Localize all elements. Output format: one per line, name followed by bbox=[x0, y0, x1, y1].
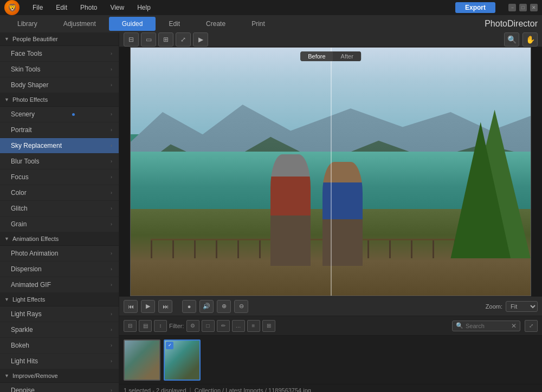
chevron-icon: › bbox=[111, 51, 112, 56]
filter-btn2[interactable]: □ bbox=[202, 320, 215, 332]
audio-button[interactable]: ● bbox=[182, 300, 196, 313]
single-view-button[interactable]: ▭ bbox=[141, 32, 156, 47]
volume-button[interactable]: 🔊 bbox=[199, 300, 214, 313]
maximize-button[interactable]: □ bbox=[519, 4, 527, 11]
menu-photo[interactable]: Photo bbox=[78, 3, 99, 12]
grid-btn[interactable]: ⊞ bbox=[262, 320, 275, 332]
zoom-button[interactable]: 🔍 bbox=[504, 32, 519, 47]
filmstrip-sort-btn[interactable]: ↕ bbox=[154, 320, 167, 332]
menu-file[interactable]: File bbox=[30, 3, 45, 12]
chevron-icon: › bbox=[111, 327, 112, 332]
menu-edit[interactable]: Edit bbox=[54, 3, 69, 12]
forward-button[interactable]: ⏭ bbox=[158, 300, 172, 313]
sidebar-item-sparkle[interactable]: Sparkle › bbox=[0, 322, 119, 338]
tab-print[interactable]: Print bbox=[238, 17, 278, 31]
tab-create[interactable]: Create bbox=[193, 17, 238, 31]
chevron-icon: › bbox=[111, 67, 112, 72]
filmstrip-thumb-2[interactable]: ✓ bbox=[164, 339, 201, 381]
filter-btn4[interactable]: … bbox=[232, 320, 245, 332]
crop-button[interactable]: ⊖ bbox=[234, 300, 248, 313]
sidebar-item-animated-gif[interactable]: Animated GIF › bbox=[0, 277, 119, 293]
hand-button[interactable]: ✋ bbox=[522, 32, 538, 47]
section-label: Improve/Remove bbox=[12, 373, 58, 379]
chevron-icon: › bbox=[111, 221, 112, 227]
filmstrip-view-btn2[interactable]: ▤ bbox=[139, 320, 152, 332]
search-input[interactable] bbox=[466, 323, 509, 329]
sidebar-item-grain[interactable]: Grain › bbox=[0, 217, 119, 232]
person-left bbox=[270, 154, 311, 266]
viewer-toolbar: ⊟ ▭ ⊞ ⤢ ▶ 🔍 ✋ bbox=[119, 32, 542, 47]
video-view-button[interactable]: ▶ bbox=[193, 32, 208, 47]
status-separator: | bbox=[190, 387, 191, 393]
section-light-effects[interactable]: ▼ Light Effects bbox=[0, 293, 119, 306]
after-tab[interactable]: After bbox=[333, 51, 361, 61]
close-button[interactable]: ✕ bbox=[530, 4, 538, 11]
sidebar-item-bokeh[interactable]: Bokeh › bbox=[0, 338, 119, 354]
chevron-icon: › bbox=[111, 343, 112, 348]
sidebar-item-photo-animation[interactable]: Photo Animation › bbox=[0, 246, 119, 262]
compare-view-button[interactable]: ⊟ bbox=[124, 32, 139, 47]
tab-bar: Library Adjustment Guided Edit Create Pr… bbox=[0, 15, 542, 32]
tab-edit[interactable]: Edit bbox=[156, 17, 193, 31]
chevron-icon: › bbox=[111, 282, 112, 288]
playback-button[interactable]: ⏮ bbox=[124, 300, 138, 313]
sidebar-item-glitch[interactable]: Glitch › bbox=[0, 201, 119, 217]
chevron-icon: › bbox=[111, 112, 112, 117]
sidebar-item-color[interactable]: Color › bbox=[0, 185, 119, 201]
before-tab[interactable]: Before bbox=[300, 51, 333, 61]
clear-icon[interactable]: ✕ bbox=[511, 322, 517, 330]
filter-btn1[interactable]: ⚙ bbox=[186, 320, 199, 332]
sidebar-item-scenery[interactable]: Scenery › bbox=[0, 107, 119, 122]
export-button[interactable]: Export bbox=[455, 2, 495, 13]
expand-btn[interactable]: ⤢ bbox=[525, 320, 538, 332]
filter-btn3[interactable]: ✏ bbox=[217, 320, 230, 332]
chevron-icon: › bbox=[111, 159, 112, 164]
search-icon: 🔍 bbox=[456, 322, 463, 329]
arrow-icon: ▼ bbox=[4, 373, 9, 378]
section-people-beautifier[interactable]: ▼ People Beautifier bbox=[0, 32, 119, 46]
section-improve-remove[interactable]: ▼ Improve/Remove bbox=[0, 369, 119, 383]
sidebar-item-blur-tools[interactable]: Blur Tools › bbox=[0, 154, 119, 169]
chevron-icon: › bbox=[111, 174, 112, 180]
filmstrip-view-btn1[interactable]: ⊟ bbox=[124, 320, 137, 332]
app-logo: 🦁 bbox=[4, 0, 20, 15]
chevron-icon: › bbox=[111, 266, 112, 272]
section-animation-effects[interactable]: ▼ Animation Effects bbox=[0, 232, 119, 246]
play-button[interactable]: ▶ bbox=[141, 300, 155, 313]
zoom-select[interactable]: Fit 50% 100% 200% bbox=[506, 301, 538, 312]
filmstrip-toolbar: ⊟ ▤ ↕ Filter: ⚙ □ ✏ … ≡ ⊞ 🔍 ✕ ⤢ bbox=[119, 316, 542, 335]
filter-label: Filter: bbox=[169, 323, 184, 329]
tab-guided[interactable]: Guided bbox=[109, 17, 156, 31]
arrow-icon: ▼ bbox=[4, 297, 9, 302]
sidebar-item-body-shaper[interactable]: Body Shaper › bbox=[0, 77, 119, 93]
sidebar-item-sky-replacement[interactable]: Sky Replacement › bbox=[0, 138, 119, 154]
sidebar-item-denoise[interactable]: Denoise › bbox=[0, 383, 119, 392]
tab-adjustment[interactable]: Adjustment bbox=[50, 17, 109, 31]
menu-view[interactable]: View bbox=[108, 3, 126, 12]
fit-view-button[interactable]: ⤢ bbox=[176, 32, 191, 47]
sort-btn[interactable]: ≡ bbox=[247, 320, 260, 332]
sidebar-item-light-rays[interactable]: Light Rays › bbox=[0, 306, 119, 322]
sidebar-item-focus[interactable]: Focus › bbox=[0, 169, 119, 185]
sidebar-item-face-tools[interactable]: Face Tools › bbox=[0, 46, 119, 62]
file-path: Collection / Latest Imports / 1189563754… bbox=[195, 387, 311, 393]
filmstrip-thumb-1[interactable] bbox=[124, 339, 160, 381]
arrow-icon: ▼ bbox=[4, 36, 9, 42]
minimize-button[interactable]: － bbox=[508, 4, 516, 11]
zoom-area: Zoom: Fit 50% 100% 200% bbox=[486, 301, 538, 312]
grid-view-button[interactable]: ⊞ bbox=[158, 32, 173, 47]
section-label: Photo Effects bbox=[12, 96, 48, 103]
chevron-icon: › bbox=[111, 82, 112, 88]
zoom-label: Zoom: bbox=[486, 303, 502, 310]
filmstrip: ✓ bbox=[119, 335, 542, 384]
sidebar-item-skin-tools[interactable]: Skin Tools › bbox=[0, 62, 119, 77]
section-photo-effects[interactable]: ▼ Photo Effects bbox=[0, 93, 119, 107]
sidebar-item-dispersion[interactable]: Dispersion › bbox=[0, 262, 119, 277]
tab-library[interactable]: Library bbox=[4, 17, 50, 31]
menu-help[interactable]: Help bbox=[135, 3, 153, 12]
bottom-controls-bar: ⏮ ▶ ⏭ ● 🔊 ⊕ ⊖ Zoom: Fit 50% 100% 200% bbox=[119, 296, 542, 316]
sidebar-item-light-hits[interactable]: Light Hits › bbox=[0, 354, 119, 369]
split-button[interactable]: ⊕ bbox=[217, 300, 231, 313]
chevron-icon: › bbox=[111, 388, 112, 392]
sidebar-item-portrait[interactable]: Portrait › bbox=[0, 122, 119, 138]
